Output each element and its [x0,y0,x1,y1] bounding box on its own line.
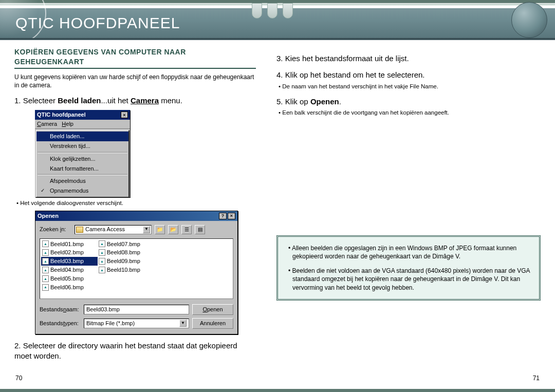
file-item[interactable]: ▲Beeld10.bmp [98,266,154,274]
menu-item-afspeelmodus[interactable]: Afspeelmodus [36,176,128,186]
decorative-tabs [252,3,293,18]
close-icon[interactable]: × [121,111,128,118]
file-item[interactable]: ▲Beeld08.bmp [98,248,154,257]
step-2: 2. Selecteer de directory waarin het bes… [14,341,256,362]
bmp-icon: ▲ [42,258,49,265]
file-item[interactable]: ▲Beeld04.bmp [41,266,98,274]
decorative-lens [0,0,46,44]
step-4-bullet: De naam van het bestand verschijnt in he… [283,83,541,91]
menu-item-verstreken-tijd[interactable]: Verstreken tijd... [36,141,128,151]
note-after-menu: Het volgende dialoogvenster verschijnt. [21,199,256,208]
menu-help[interactable]: Help [62,121,73,127]
bmp-icon: ▲ [99,249,105,256]
step-3: 3. Kies het bestandsformaat uit de lijst… [276,53,541,64]
file-item[interactable]: ▲Beeld01.bmp [41,240,98,249]
bmp-icon: ▲ [99,258,105,265]
file-list: ▲Beeld01.bmp ▲Beeld02.bmp ▲Beeld03.bmp ▲… [40,238,233,299]
new-folder-icon[interactable]: 📂 [168,225,178,234]
file-item[interactable]: ▲Beeld07.bmp [98,240,154,249]
bmp-icon: ▲ [42,267,49,273]
section-heading: KOPIËREN GEGEVENS VAN COMPUTER NAAR GEHE… [14,47,256,69]
page-number-right: 71 [533,375,540,382]
open-dialog: Openen ? × Zoeken in: Camera Access ▼ 📁 … [35,211,238,334]
chevron-down-icon[interactable]: ▼ [179,320,187,327]
filename-label: Bestandsnaam: [40,306,81,313]
menu-window-title: QTIC hoofdpaneel [37,111,86,119]
step-1: 1. Selecteer Beeld laden...uit het Camer… [14,96,256,106]
file-item[interactable]: ▲Beeld02.bmp [41,248,98,257]
file-item[interactable]: ▲Beeld09.bmp [98,257,154,266]
close-icon[interactable]: × [228,213,235,219]
menu-item-beeld-laden[interactable]: Beeld laden... [36,132,128,141]
lookin-dropdown[interactable]: Camera Access ▼ [75,225,152,234]
note-1: Alleen beelden die opgeslagen zijn in ee… [292,244,530,260]
page-number-left: 70 [15,375,22,382]
menu-item-kaart[interactable]: Kaart formatteren... [36,164,128,174]
intro-text: U kunt gegevens kopiëren van uw harde sc… [14,73,256,89]
filetype-label: Bestandstypen: [40,320,81,327]
chevron-down-icon[interactable]: ▼ [143,226,150,233]
note-box: Alleen beelden die opgeslagen zijn in ee… [276,235,541,301]
menu-bar: Camera Help [35,120,130,129]
bmp-icon: ▲ [42,275,49,282]
page-right: 3. Kies het bestandsformaat uit de lijst… [276,47,541,363]
step-5-bullet: Een balk verschijnt die de voortgang van… [283,109,541,117]
file-item[interactable]: ▲Beeld06.bmp [41,283,98,292]
help-icon[interactable]: ? [219,213,227,219]
dialog-titlebar: Openen ? × [35,211,237,221]
bmp-icon: ▲ [42,249,49,256]
bmp-icon: ▲ [99,240,105,247]
step-5: 5. Klik op Openen. [276,97,541,107]
manual-spread: QTIC HOOFDPANEEL KOPIËREN GEGEVENS VAN C… [0,0,555,392]
menu-item-klok[interactable]: Klok gelijkzetten... [36,154,128,164]
bmp-icon: ▲ [42,240,49,247]
menu-item-opnamemodus[interactable]: Opnamemodus [36,186,128,196]
file-item[interactable]: ▲Beeld05.bmp [41,274,98,283]
page-left: KOPIËREN GEGEVENS VAN COMPUTER NAAR GEHE… [14,47,256,363]
dialog-title: Openen [38,212,59,220]
folder-icon [76,227,83,233]
up-folder-icon[interactable]: 📁 [155,225,165,234]
filetype-dropdown[interactable]: Bitmap File (*.bmp) ▼ [84,319,189,328]
cancel-button[interactable]: Annuleren [192,318,233,329]
camera-dropdown: Beeld laden... Verstreken tijd... Klok g… [36,130,129,197]
lookin-label: Zoeken in: [40,226,71,233]
step-4: 4. Klik op het bestand om het te selecte… [276,70,541,80]
list-view-icon[interactable]: ☰ [181,225,192,234]
detail-view-icon[interactable]: ▤ [195,225,205,234]
note-2: Beelden die niet voldoen aan de VGA stan… [292,267,530,292]
bmp-icon: ▲ [99,267,105,273]
decorative-dial [511,2,547,38]
file-item-selected[interactable]: ▲Beeld03.bmp [41,257,98,266]
qtic-menu-window: QTIC hoofdpaneel × Camera Help Beeld lad… [35,110,130,197]
filename-field[interactable]: Beeld03.bmp [84,305,189,314]
banner: QTIC HOOFDPANEEL [0,8,555,38]
menu-titlebar: QTIC hoofdpaneel × [35,110,130,120]
bmp-icon: ▲ [42,284,49,291]
menu-camera[interactable]: Camera [37,121,57,127]
open-button[interactable]: Openen [192,304,233,315]
